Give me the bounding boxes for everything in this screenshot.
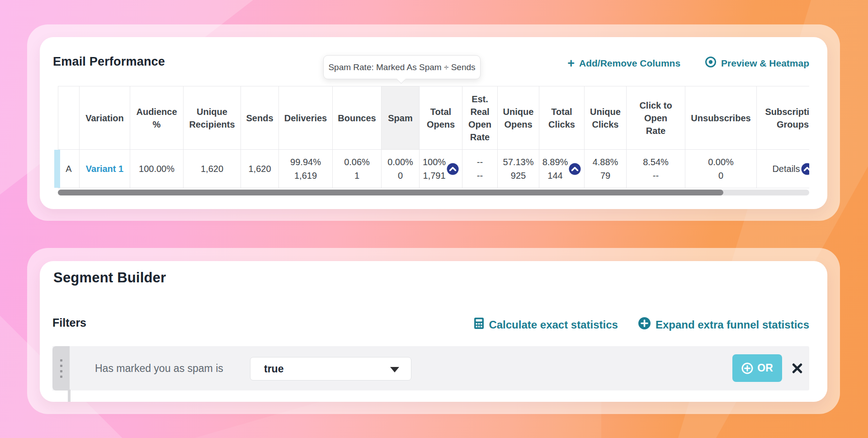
plus-circle-icon <box>741 362 753 374</box>
click-to-open-rate: 8.54% <box>628 155 683 169</box>
col-header-est-real-open-rate[interactable]: Est. Real Open Rate <box>462 86 498 150</box>
col-header-bounces[interactable]: Bounces <box>333 86 382 150</box>
eye-icon <box>705 56 717 70</box>
cell-deliveries: 99.94% 1,619 <box>279 150 333 188</box>
filter-connector-line <box>68 390 71 402</box>
click-to-open-count: -- <box>628 169 683 182</box>
expand-funnel-statistics-button[interactable]: Expand extra funnel statistics <box>638 317 809 333</box>
email-performance-actions: + Add/Remove Columns Preview & Heatmap <box>567 56 809 70</box>
unique-opens-rate: 57.13% <box>500 155 537 169</box>
filter-condition-text: Has marked you as spam is <box>95 346 223 390</box>
col-header-spam[interactable]: Spam <box>382 86 420 150</box>
total-clicks-rate: 8.89% <box>542 155 568 169</box>
calculate-exact-statistics-label: Calculate exact statistics <box>489 319 618 331</box>
col-header-total-clicks[interactable]: Total Clicks <box>539 86 585 150</box>
page-background: Email Performance + Add/Remove Columns P… <box>0 0 868 438</box>
plus-circle-icon <box>638 317 651 333</box>
unique-clicks-rate: 4.88% <box>586 155 624 169</box>
bounces-rate: 0.06% <box>335 155 379 169</box>
spam-count: 0 <box>383 169 417 182</box>
col-header-total-opens[interactable]: Total Opens <box>420 86 462 150</box>
col-header-sends[interactable]: Sends <box>241 86 279 150</box>
cell-unique-recipients: 1,620 <box>184 150 241 188</box>
cell-total-opens: 100% 1,791 <box>420 150 462 188</box>
tooltip-text: Spam Rate: Marked As Spam ÷ Sends <box>328 62 475 72</box>
dropdown-selected-value: true <box>264 363 283 375</box>
table-row-variant-a: A Variant 1 100.00% 1,620 1,620 99.94% 1… <box>58 150 810 188</box>
horizontal-scrollbar-track[interactable] <box>58 190 809 195</box>
add-or-condition-button[interactable]: OR <box>732 354 782 382</box>
filter-row: Has marked you as spam is true OR <box>52 346 809 390</box>
segment-builder-title: Segment Builder <box>53 270 166 286</box>
or-button-label: OR <box>757 362 773 374</box>
col-header-unique-recipients[interactable]: Unique Recipients <box>184 86 241 150</box>
segment-builder-actions: Calculate exact statistics Expand extra … <box>474 317 809 333</box>
total-clicks-count: 144 <box>542 169 568 182</box>
expand-chevron-icon[interactable] <box>801 163 809 175</box>
col-header-variation[interactable]: Variation <box>80 86 130 150</box>
bounces-count: 1 <box>335 169 379 182</box>
col-header-audience[interactable]: Audience % <box>130 86 184 150</box>
cell-audience: 100.00% <box>130 150 184 188</box>
spam-rate: 0.00% <box>383 155 417 169</box>
preview-heatmap-button[interactable]: Preview & Heatmap <box>705 56 809 70</box>
drag-dot <box>60 376 62 378</box>
add-remove-columns-label: Add/Remove Columns <box>579 58 680 69</box>
col-header-unsubscribes[interactable]: Unsubscribes <box>685 86 757 150</box>
variant-link[interactable]: Variant 1 <box>86 164 123 174</box>
cell-sends: 1,620 <box>241 150 279 188</box>
col-header-click-to-open-rate[interactable]: Click to Open Rate <box>627 86 685 150</box>
cell-est-real-open-rate: -- -- <box>462 150 498 188</box>
deliveries-rate: 99.94% <box>281 155 330 169</box>
col-header-unique-opens[interactable]: Unique Opens <box>498 86 539 150</box>
drag-dot <box>60 365 62 367</box>
col-header-deliveries[interactable]: Deliveries <box>279 86 333 150</box>
horizontal-scrollbar-thumb[interactable] <box>58 190 723 195</box>
filter-drag-handle[interactable] <box>52 346 70 390</box>
cell-total-clicks: 8.89% 144 <box>539 150 585 188</box>
chevron-down-icon <box>390 367 399 372</box>
deliveries-count: 1,619 <box>281 169 330 182</box>
cell-unique-clicks: 4.88% 79 <box>585 150 627 188</box>
total-opens-count: 1,791 <box>423 169 446 182</box>
table-header-row: Variation Audience % Unique Recipients S… <box>58 86 810 150</box>
email-performance-title: Email Performance <box>53 55 165 69</box>
variation-marker: A <box>58 150 80 188</box>
cell-subscription-groups: Details <box>757 150 810 188</box>
filters-label: Filters <box>52 316 86 329</box>
cell-unsubscribes: 0.00% 0 <box>685 150 757 188</box>
filter-value-dropdown[interactable]: true <box>250 357 411 381</box>
preview-heatmap-label: Preview & Heatmap <box>721 58 809 69</box>
unsubscribes-count: 0 <box>687 169 755 182</box>
expand-funnel-statistics-label: Expand extra funnel statistics <box>656 319 809 331</box>
add-remove-columns-button[interactable]: + Add/Remove Columns <box>567 58 680 69</box>
est-real-open-rate: -- <box>464 155 495 169</box>
cell-click-to-open-rate: 8.54% -- <box>627 150 685 188</box>
details-link[interactable]: Details <box>772 162 800 176</box>
cell-bounces: 0.06% 1 <box>333 150 382 188</box>
est-real-open-count: -- <box>464 169 495 182</box>
unsubscribes-rate: 0.00% <box>687 155 755 169</box>
selected-row-accent <box>54 150 60 188</box>
drag-dot <box>60 359 62 362</box>
spam-rate-tooltip: Spam Rate: Marked As Spam ÷ Sends <box>323 55 481 79</box>
calculator-icon <box>474 317 484 332</box>
expand-chevron-icon[interactable] <box>569 163 581 175</box>
cell-spam: 0.00% 0 <box>382 150 420 188</box>
drag-dot <box>60 370 62 372</box>
email-performance-table: Variation Audience % Unique Recipients S… <box>58 86 809 188</box>
cell-unique-opens: 57.13% 925 <box>498 150 539 188</box>
col-header-unique-clicks[interactable]: Unique Clicks <box>585 86 627 150</box>
col-header-marker <box>58 86 80 150</box>
total-opens-rate: 100% <box>423 155 446 169</box>
calculate-exact-statistics-button[interactable]: Calculate exact statistics <box>474 317 618 332</box>
col-header-subscription-groups[interactable]: Subscription Groups <box>757 86 810 150</box>
expand-chevron-icon[interactable] <box>447 163 459 175</box>
plus-icon: + <box>567 59 575 68</box>
remove-filter-close-icon[interactable] <box>791 362 803 374</box>
unique-clicks-count: 79 <box>586 169 624 182</box>
unique-opens-count: 925 <box>500 169 537 182</box>
